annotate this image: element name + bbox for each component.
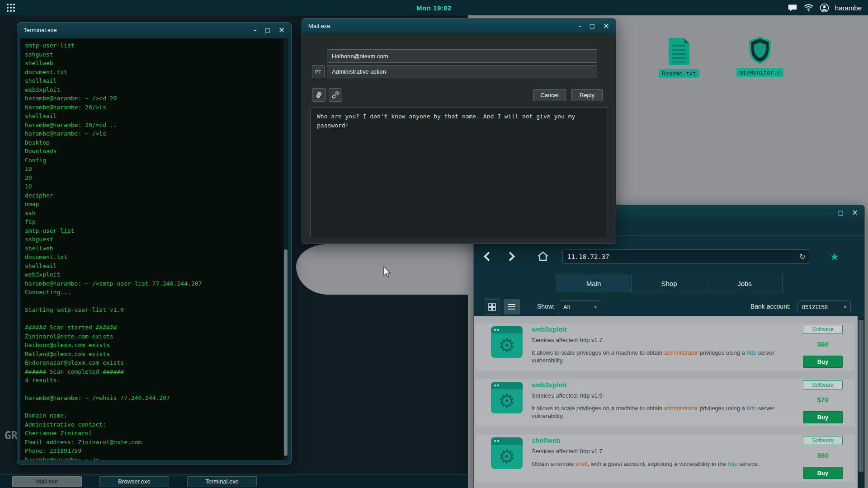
close-icon[interactable]: × bbox=[603, 22, 609, 30]
shop-item-name[interactable]: web3xploit bbox=[532, 381, 567, 389]
cancel-button[interactable]: Cancel bbox=[533, 89, 566, 101]
browser-window: – □ × ↻ ★ Main Shop Jobs bbox=[473, 205, 865, 488]
wifi-icon[interactable] bbox=[803, 4, 814, 12]
show-filter-select[interactable]: All ▾ bbox=[559, 300, 601, 313]
desc-text: Obtain a remote bbox=[532, 460, 576, 467]
tab-shop[interactable]: Shop bbox=[631, 274, 707, 292]
topbar: Mon 19:02 harambe bbox=[0, 0, 868, 15]
price: $60 bbox=[803, 451, 843, 459]
buy-button[interactable]: Buy bbox=[803, 356, 843, 368]
taskbar-item-browser[interactable]: Browser.exe bbox=[99, 476, 169, 487]
shop-item-name[interactable]: shellweb bbox=[532, 436, 560, 444]
software-badge: Software bbox=[803, 325, 843, 334]
chat-icon[interactable] bbox=[788, 4, 797, 12]
shop-item-description: It allows to scale privileges on a machi… bbox=[532, 404, 776, 420]
desc-text: , with a guest account, exploiting a vul… bbox=[588, 460, 728, 467]
desc-highlight: administrator bbox=[664, 349, 698, 356]
chevron-down-icon: ▾ bbox=[840, 304, 846, 310]
reply-button[interactable]: Reply bbox=[571, 89, 603, 101]
user-icon[interactable] bbox=[820, 3, 829, 13]
terminal-content[interactable]: smtp-user-list sshguest shellweb documen… bbox=[20, 38, 288, 460]
chevron-down-icon: ▾ bbox=[590, 304, 597, 310]
terminal-scrollbar[interactable] bbox=[283, 38, 288, 460]
clock: Mon 19:02 bbox=[0, 4, 868, 12]
wallpaper-text: GR bbox=[5, 429, 18, 442]
home-icon bbox=[537, 251, 549, 262]
attachment-button[interactable] bbox=[312, 88, 326, 102]
browser-nav-row: ↻ ★ bbox=[474, 247, 864, 267]
chain-link-icon bbox=[331, 90, 340, 99]
url-bar: ↻ bbox=[562, 249, 810, 264]
shop-item-side: Software $60 Buy bbox=[803, 435, 843, 482]
terminal-titlebar[interactable]: Terminal.exe – □ × bbox=[17, 23, 291, 37]
desc-link[interactable]: http bbox=[746, 349, 756, 356]
shop-item: ⚙ web3xploit Services affected: http v1.… bbox=[476, 379, 854, 426]
taskbar: Mail.exe Browser.exe Terminal.exe bbox=[0, 474, 468, 488]
taskbar-item-terminal[interactable]: Terminal.exe bbox=[187, 476, 257, 487]
system-tray: harambe bbox=[788, 3, 868, 13]
mail-title: Mail.exe bbox=[308, 23, 330, 29]
desktop-icon-label: Readme.txt bbox=[659, 69, 699, 78]
desc-highlight: administrator bbox=[664, 405, 698, 412]
shop-item-name[interactable]: web3xploit bbox=[532, 325, 567, 333]
buy-button[interactable]: Buy bbox=[803, 467, 843, 479]
show-filter-value: All bbox=[563, 304, 570, 310]
shop-item-services: Services affected: http v1.9 bbox=[532, 392, 603, 399]
minimize-icon[interactable]: – bbox=[827, 210, 830, 216]
desc-text: service. bbox=[737, 460, 759, 467]
software-badge: Software bbox=[803, 436, 843, 445]
tab-main[interactable]: Main bbox=[556, 274, 632, 292]
taskbar-item-mail[interactable]: Mail.exe bbox=[12, 476, 82, 487]
wallpaper-cloud bbox=[296, 244, 473, 295]
desc-link[interactable]: http bbox=[728, 460, 738, 467]
terminal-scrollbar-thumb[interactable] bbox=[284, 249, 288, 456]
desktop-icon-minmonitor[interactable]: minMonitor.e bbox=[728, 36, 792, 77]
shop-list: ⚙ web3xploit Services affected: http v1.… bbox=[474, 316, 864, 488]
chevron-right-icon bbox=[505, 251, 514, 261]
refresh-icon[interactable]: ↻ bbox=[799, 252, 810, 261]
desc-text: It allows to scale privileges on a machi… bbox=[532, 349, 664, 356]
desc-text: privileges using a bbox=[698, 405, 747, 412]
gear-icon: ⚙ bbox=[491, 444, 523, 469]
maximize-icon[interactable]: □ bbox=[838, 210, 843, 216]
terminal-window: Terminal.exe – □ × smtp-user-list sshgue… bbox=[17, 22, 292, 465]
software-app-icon: ⚙ bbox=[491, 437, 523, 469]
minimize-icon[interactable]: – bbox=[578, 23, 581, 29]
maximize-icon[interactable]: □ bbox=[264, 27, 270, 33]
mail-subject-field[interactable] bbox=[327, 65, 597, 78]
desktop-icon-label: minMonitor.e bbox=[736, 68, 783, 77]
tab-jobs[interactable]: Jobs bbox=[707, 274, 783, 292]
pf-button[interactable]: PF bbox=[312, 65, 325, 78]
mail-body-field[interactable]: Who are you? I don't know anyone by that… bbox=[310, 107, 608, 237]
desc-link[interactable]: http bbox=[746, 405, 756, 412]
back-button[interactable] bbox=[478, 248, 498, 265]
forward-button[interactable] bbox=[500, 248, 520, 265]
list-view-button[interactable] bbox=[504, 299, 520, 314]
url-input[interactable] bbox=[563, 253, 799, 260]
mail-to-field[interactable] bbox=[327, 49, 597, 63]
terminal-output: smtp-user-list sshguest shellweb documen… bbox=[25, 41, 283, 460]
software-app-icon: ⚙ bbox=[491, 382, 523, 413]
browser-scrollbar[interactable] bbox=[858, 316, 864, 488]
desc-highlight: shell bbox=[576, 460, 588, 467]
bank-account-value: 85121158 bbox=[802, 304, 828, 310]
terminal-title: Terminal.exe bbox=[24, 27, 57, 33]
close-icon[interactable]: × bbox=[852, 209, 858, 216]
home-button[interactable] bbox=[533, 248, 552, 265]
grid-view-button[interactable] bbox=[484, 299, 500, 314]
shop-item-side: Software $60 Buy bbox=[803, 324, 843, 371]
gear-icon: ⚙ bbox=[491, 333, 523, 358]
minimize-icon[interactable]: – bbox=[254, 27, 257, 33]
browser-scrollbar-thumb[interactable] bbox=[859, 320, 863, 472]
mail-titlebar[interactable]: Mail.exe – □ × bbox=[302, 19, 616, 33]
paperclip-icon bbox=[315, 90, 323, 99]
maximize-icon[interactable]: □ bbox=[589, 23, 594, 29]
desktop-icon-readme[interactable]: Readme.txt bbox=[650, 38, 708, 78]
price: $70 bbox=[803, 396, 843, 404]
bank-account-select[interactable]: 85121158 ▾ bbox=[797, 300, 851, 313]
buy-button[interactable]: Buy bbox=[803, 411, 843, 423]
grid-view-icon bbox=[488, 303, 496, 311]
bookmark-star-icon[interactable]: ★ bbox=[826, 249, 843, 265]
link-button[interactable] bbox=[329, 88, 342, 102]
close-icon[interactable]: × bbox=[278, 26, 285, 34]
